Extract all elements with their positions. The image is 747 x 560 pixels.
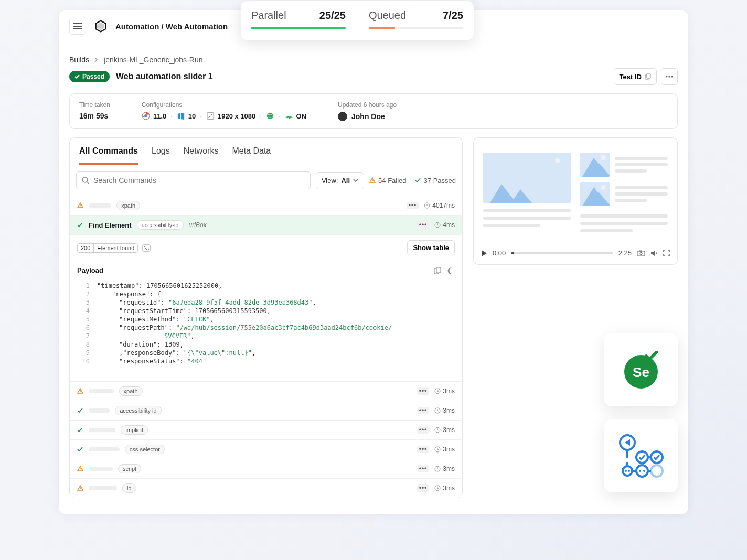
user-name: John Doe — [351, 112, 385, 121]
video-current: 0:00 — [493, 249, 506, 257]
clock-icon — [434, 407, 441, 414]
row-time: 3ms — [434, 387, 455, 395]
test-id-button[interactable]: Test ID — [614, 68, 657, 85]
passed-count: 37 Passed — [415, 177, 456, 185]
command-row[interactable]: script•••3ms — [70, 459, 462, 478]
row-menu[interactable]: ••• — [417, 465, 430, 472]
tag-pill: xpath — [119, 386, 143, 396]
command-row[interactable]: xpath•••3ms — [70, 381, 462, 401]
globe-icon — [266, 112, 274, 120]
tab-all-commands[interactable]: All Commands — [79, 138, 138, 165]
command-row[interactable]: implicit•••3ms — [70, 420, 462, 439]
svg-rect-13 — [143, 245, 150, 251]
warning-icon — [369, 177, 376, 184]
check-icon — [74, 74, 80, 79]
skeleton — [89, 467, 113, 471]
tab-networks[interactable]: Networks — [184, 138, 219, 165]
hamburger-menu[interactable] — [69, 18, 86, 35]
command-row[interactable]: id•••3ms — [70, 478, 462, 498]
command-row[interactable]: css selector•••3ms — [70, 439, 462, 459]
stat-parallel-value: 25/25 — [319, 9, 346, 21]
show-table-button[interactable]: Show table — [407, 240, 455, 255]
fullscreen-icon[interactable] — [663, 250, 670, 256]
command-row[interactable]: xpath•••4017ms — [70, 196, 462, 215]
thumb-image — [483, 153, 571, 203]
copy-icon[interactable] — [434, 267, 441, 274]
tag-pill: css selector — [125, 445, 165, 454]
chevron-right-icon — [94, 57, 99, 62]
resolution-icon — [206, 112, 215, 120]
crumb-root[interactable]: Builds — [69, 56, 89, 64]
check-icon — [77, 447, 83, 452]
row-menu[interactable]: ••• — [407, 202, 419, 209]
svg-point-14 — [144, 246, 146, 247]
row-menu[interactable]: ••• — [417, 387, 430, 395]
check-icon — [77, 222, 83, 228]
search-input-wrapper[interactable] — [76, 171, 311, 189]
image-icon[interactable] — [142, 244, 151, 252]
row-menu[interactable]: ••• — [417, 484, 430, 492]
clock-icon — [424, 202, 430, 209]
network-icon — [285, 112, 293, 120]
tag-pill: implicit — [121, 425, 148, 435]
stat-queued: Queued 7/25 — [369, 9, 463, 29]
resolution: 1920 x 1080 — [218, 112, 255, 120]
svg-text:Se: Se — [633, 364, 649, 380]
row-menu[interactable]: ••• — [417, 221, 430, 229]
command-row[interactable]: accessibility id•••3ms — [70, 401, 462, 420]
command-row-highlight[interactable]: Find Element accessibility-id urlBox •••… — [70, 215, 462, 234]
svg-rect-7 — [207, 113, 214, 119]
breadcrumb: Builds jenkins-ML_Generic_jobs-Run — [69, 56, 678, 64]
tag-pill: accessibility-id — [137, 220, 184, 230]
svg-point-10 — [82, 177, 88, 182]
row-menu[interactable]: ••• — [417, 426, 430, 434]
row-time: 3ms — [434, 407, 455, 414]
more-button[interactable] — [661, 68, 678, 85]
warning-icon — [77, 202, 83, 209]
clock-icon — [434, 485, 441, 491]
video-progress[interactable] — [511, 252, 613, 254]
warning-icon — [77, 388, 83, 394]
tag-pill: id — [122, 483, 136, 493]
payload-title: Payload — [77, 266, 103, 274]
row-time: 3ms — [434, 426, 455, 434]
svg-point-32 — [625, 470, 627, 472]
config-label: Configurations — [142, 101, 306, 109]
view-select[interactable]: View: All — [316, 172, 364, 189]
selenium-icon: Se — [622, 351, 660, 389]
windows-icon — [177, 112, 185, 120]
video-total: 2:25 — [618, 249, 632, 257]
svg-point-3 — [668, 76, 670, 77]
search-input[interactable] — [93, 176, 305, 185]
stat-queued-value: 7/25 — [443, 9, 463, 21]
row-menu[interactable]: ••• — [417, 407, 430, 414]
tag-pill: script — [118, 464, 141, 473]
skeleton — [89, 447, 120, 451]
page-title: Web automation slider 1 — [116, 72, 213, 81]
tab-meta-data[interactable]: Meta Data — [232, 138, 271, 165]
stat-parallel: Parallel 25/25 — [251, 9, 346, 29]
volume-icon[interactable] — [650, 250, 658, 256]
command-title: Find Element — [89, 221, 132, 229]
skeleton — [89, 486, 117, 490]
play-icon[interactable] — [481, 250, 487, 257]
row-menu[interactable]: ••• — [417, 446, 430, 453]
clock-icon — [434, 446, 441, 453]
svg-rect-25 — [639, 250, 642, 251]
theme-icon[interactable] — [447, 267, 455, 274]
svg-point-33 — [628, 470, 630, 472]
svg-point-8 — [267, 113, 273, 119]
meta-card: Time taken 16m 59s Configurations 11.0 ·… — [69, 93, 678, 129]
svg-point-35 — [639, 470, 641, 472]
svg-point-9 — [288, 117, 290, 119]
search-icon — [82, 177, 89, 184]
tab-logs[interactable]: Logs — [152, 138, 170, 165]
camera-icon[interactable] — [637, 250, 645, 256]
svg-point-24 — [640, 252, 642, 254]
check-icon — [415, 178, 421, 183]
crumb-leaf: jenkins-ML_Generic_jobs-Run — [104, 56, 202, 64]
svg-point-4 — [671, 76, 673, 77]
pipeline-card — [604, 419, 678, 492]
svg-point-36 — [643, 470, 645, 472]
svg-point-37 — [651, 465, 663, 477]
